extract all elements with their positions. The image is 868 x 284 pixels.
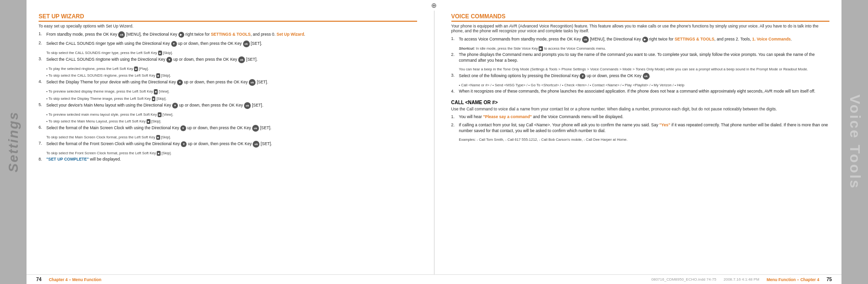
vc-ok-1: ok <box>582 36 589 43</box>
tip-4b: • To skip select the Display Theme image… <box>39 96 417 101</box>
vc-item-4: 4. When it recognizes one of these comma… <box>451 89 830 95</box>
call-sub-2-number: 2. <box>451 122 457 134</box>
side-voice-key: ▶ <box>539 46 543 51</box>
tip-7: To skip select the Front Screen Clock fo… <box>39 151 417 156</box>
tip-5b: • To skip select the Main Menu Layout, p… <box>39 119 417 124</box>
dir-key-3: ▼ <box>166 57 172 63</box>
vc-item-3: 3. Select one of the following options b… <box>451 73 830 80</box>
vc-settings-link: SETTINGS & TOOLS <box>675 37 715 41</box>
dir-key-6: ▼ <box>180 125 186 131</box>
tip-3a: • To play the selected ringtone, press t… <box>39 67 417 71</box>
right-chapter-label: Menu Function – Chapter 4 <box>767 277 819 282</box>
crosshair-symbol: ⊕ <box>431 1 437 9</box>
left-margin-text: Settings <box>6 111 21 172</box>
skip-key-tip2: ■ <box>158 51 162 55</box>
left-section-title: SET UP WIZARD <box>39 13 417 22</box>
left-section-subtitle: To easy set up specially options with Se… <box>39 24 417 28</box>
shortcut-label: Shortcut: <box>459 46 475 51</box>
yes-text: "Yes" <box>659 122 670 127</box>
dir-key-4: ▼ <box>177 80 183 85</box>
vc-item-2: 2. The phone displays the Command menu a… <box>451 52 830 64</box>
right-section-title: VOICE COMMANDS <box>451 13 830 22</box>
ok-key-3: ok <box>238 56 245 63</box>
item-5-number: 5. <box>39 102 44 109</box>
right-section-intro: Your phone is equipped with an AVR (Adva… <box>451 24 830 33</box>
page-container: Settings ⊕ SET UP WIZARD To easy set up … <box>0 0 868 284</box>
bottom-left: 74 Chapter 4 – Menu Function <box>36 277 101 282</box>
item-2-content: Select the CALL SOUNDS ringer type with … <box>46 41 417 47</box>
skip-key-6: ■ <box>156 135 160 140</box>
left-page: SET UP WIZARD To easy set up specially o… <box>34 11 422 274</box>
ok-key-2: ok <box>243 41 250 47</box>
item-7-content: Select the format of the Front Screen Cl… <box>46 141 417 148</box>
bottom-bar: 74 Chapter 4 – Menu Function 080716_CDM8… <box>27 274 841 284</box>
vc-item-1-number: 1. <box>451 36 457 43</box>
shortcut-tip: Shortcut: In idle mode, press the Side V… <box>451 46 830 51</box>
ok-key-6: ok <box>252 125 259 132</box>
dir-key-icon: ▶ <box>178 32 184 38</box>
tip-4a: • To preview selected display theme imag… <box>39 89 417 94</box>
view-key-4: ■ <box>154 89 158 94</box>
vc-item-2-content: The phone displays the Command menu and … <box>459 52 830 64</box>
list-item-2: 2. Select the CALL SOUNDS ringer type wi… <box>39 41 417 47</box>
vc-dir-1: ▶ <box>642 37 648 42</box>
vc-item-3-number: 3. <box>451 73 457 80</box>
list-item-5: 5. Select your device's Main Menu layout… <box>39 102 417 109</box>
item-2-number: 2. <box>39 41 44 47</box>
skip-key-5: ■ <box>147 119 150 124</box>
item-8-content: "SET UP COMPLETE" will be displayed. <box>46 157 417 162</box>
vc-dir-3: ▼ <box>580 73 585 79</box>
vc-item-1-content: To access Voice Commands from standby mo… <box>459 36 830 43</box>
call-sub-1-content: You will hear "Please say a command" and… <box>459 114 830 120</box>
list-item-7: 7. Select the format of the Front Screen… <box>39 141 417 148</box>
vc-item-1: 1. To access Voice Commands from standby… <box>451 36 830 43</box>
complete-text: "SET UP COMPLETE" <box>46 157 89 162</box>
page-divider <box>434 11 434 274</box>
left-margin: Settings <box>0 0 27 284</box>
setup-link: Set Up Wizard <box>277 32 304 37</box>
item-1-content: From standby mode, press the OK Key ok [… <box>46 31 417 38</box>
bottom-right: 080716_CDM8950_ECHO.indd 74-75 2008.7.16… <box>651 277 832 282</box>
item-5-content: Select your device's Main Menu layout wi… <box>46 102 417 109</box>
tip-6: To skip select the Main Screen Clock for… <box>39 135 417 140</box>
item-6-content: Select the format of the Main Screen Clo… <box>46 125 417 132</box>
skip-key-7: ■ <box>157 151 161 156</box>
top-crosshair: ⊕ <box>27 0 841 11</box>
tip-3b: • To skip select the CALL SOUNDS rington… <box>39 73 417 78</box>
vc-item-3-content: Select one of the following options by p… <box>459 73 830 80</box>
tone-tip: You can hear a beep in the Tone Only Mod… <box>451 67 830 72</box>
content-area: ⊕ SET UP WIZARD To easy set up specially… <box>27 0 841 284</box>
vc-item-4-content: When it recognizes one of these commands… <box>459 89 830 95</box>
skip-key-3: ■ <box>156 73 160 78</box>
call-section-title: CALL <NAME OR #> <box>451 100 830 105</box>
left-chapter-label: Chapter 4 – Menu Function <box>49 277 101 282</box>
vc-item-4-number: 4. <box>451 89 457 95</box>
call-sub-1: 1. You will hear "Please say a command" … <box>451 114 830 120</box>
ok-key-7: ok <box>253 141 259 148</box>
examples: Examples: - Call Tom Smith, - Call 617 5… <box>451 137 830 142</box>
right-margin-text: Voice Tools <box>847 95 863 189</box>
item-8-number: 8. <box>39 157 44 162</box>
vc-link-1: 1. Voice Commands <box>752 37 791 41</box>
list-item-3: 3. Select the CALL SOUNDS ringtone with … <box>39 56 417 63</box>
item-4-content: Select the Display Theme for your device… <box>46 79 417 86</box>
call-sub-2-content: If calling a contact from your list, say… <box>459 122 830 134</box>
ok-key-4: ok <box>249 79 256 86</box>
call-section-text: Use the Call command to voice dial a nam… <box>451 107 830 111</box>
right-page-number: 75 <box>827 277 832 282</box>
file-info: 080716_CDM8950_ECHO.indd 74-75 <box>651 277 717 282</box>
list-item-4: 4. Select the Display Theme for your dev… <box>39 79 417 86</box>
list-item-1: 1. From standby mode, press the OK Key o… <box>39 31 417 38</box>
dir-key-2: ▼ <box>171 41 177 47</box>
settings-link: SETTINGS & TOOLS <box>211 32 251 37</box>
vc-item-2-number: 2. <box>451 52 457 64</box>
tip-2: To skip select the CALL SOUNDS ringer ty… <box>39 51 417 55</box>
play-key: ■ <box>134 67 138 71</box>
ok-key-5: ok <box>244 102 251 109</box>
right-page: VOICE COMMANDS Your phone is equipped wi… <box>447 11 835 274</box>
tip-5a: • To preview selected main menu layout s… <box>39 112 417 117</box>
list-item-6: 6. Select the format of the Main Screen … <box>39 125 417 132</box>
item-4-number: 4. <box>39 79 44 86</box>
vc-ok-3: ok <box>643 73 650 80</box>
dir-key-5: ▼ <box>172 103 178 108</box>
